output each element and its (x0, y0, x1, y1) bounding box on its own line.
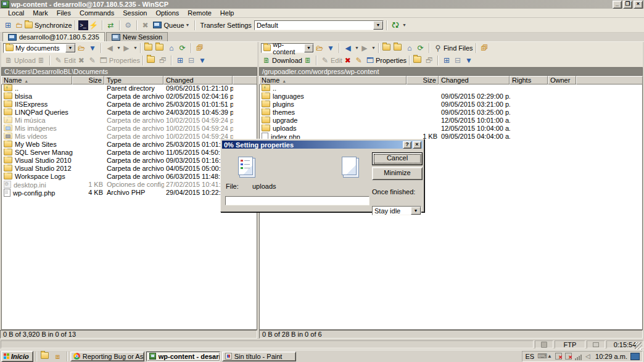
cancel-button[interactable]: Cancel (372, 152, 423, 165)
tree-toggle-icon[interactable]: 🗊 (194, 43, 205, 53)
download-button[interactable]: 🗎 Download (261, 56, 302, 65)
language-indicator[interactable]: ES (525, 353, 534, 360)
menu-mark[interactable]: Mark (28, 9, 52, 17)
download-background-icon[interactable]: 🗏 (302, 56, 313, 65)
file-row[interactable]: LINQPad QueriesCarpeta de archivos24/03/… (2, 109, 257, 117)
properties-button[interactable]: Properties (376, 57, 407, 64)
menu-commands[interactable]: Commands (75, 9, 118, 17)
swap-panels-icon[interactable]: ⇄ (105, 20, 117, 30)
quick-launch-notepad-icon[interactable]: 🗉 (53, 352, 63, 361)
select-icon[interactable]: ⊞ (175, 56, 186, 65)
file-row[interactable]: My Web SitesCarpeta de archivos25/03/201… (2, 141, 257, 149)
security-alert-icon[interactable] (565, 353, 572, 360)
file-row[interactable]: Mi músicaCarpeta de archivos10/02/2015 0… (2, 117, 257, 125)
menu-local[interactable]: Local (4, 9, 28, 17)
file-row[interactable]: .. (260, 84, 642, 93)
clock[interactable]: 10:29 a.m. (595, 353, 627, 360)
menu-remote[interactable]: Remote (183, 9, 216, 17)
back-icon[interactable]: ◀ (342, 43, 353, 53)
rename-icon[interactable]: ✎ (353, 56, 365, 65)
tab-new-session[interactable]: New Session (106, 32, 168, 41)
preferences-gear-icon[interactable]: ⚙ (123, 20, 134, 30)
chevron-down-icon[interactable]: ▼ (411, 207, 421, 215)
task-button-chrome[interactable]: Reporting Bug or Asking ... (70, 352, 144, 361)
new-folder-icon[interactable] (413, 56, 424, 65)
network-error-icon[interactable] (555, 353, 562, 360)
synchronize-browsing-icon[interactable]: 🗀 (14, 20, 25, 30)
file-row[interactable]: upgrade12/05/2015 10:01:00 a.m. (260, 117, 642, 125)
menu-files[interactable]: Files (52, 9, 75, 17)
file-row[interactable]: uploads12/05/2015 10:04:00 a.m. (260, 125, 642, 133)
select-icon[interactable]: ⊞ (441, 56, 452, 65)
chevron-down-icon[interactable]: ▼ (373, 21, 383, 30)
chevron-down-icon[interactable]: ▼ (304, 44, 313, 52)
tree-toggle-icon[interactable]: 🗊 (479, 43, 490, 53)
column-header-size[interactable]: Size (72, 76, 104, 84)
file-row[interactable]: blsisaCarpeta de archivos02/05/2015 02:0… (2, 93, 257, 101)
minimize-icon[interactable]: _ (613, 1, 622, 9)
show-desktop-icon[interactable] (630, 353, 640, 360)
delete-icon[interactable]: ✖ (342, 56, 353, 65)
compare-directories-icon[interactable]: ⊞ (2, 20, 14, 30)
menu-options[interactable]: Options (151, 9, 183, 17)
open-directory-icon[interactable]: 🗁 (76, 43, 87, 53)
file-row[interactable]: Visual Studio 2010Carpeta de archivos09/… (2, 157, 257, 165)
quick-launch-explorer-icon[interactable] (41, 352, 51, 361)
filter-icon[interactable]: ▼ (325, 43, 336, 53)
menu-session[interactable]: Session (118, 9, 151, 17)
select-filter-icon[interactable]: ▼ (197, 56, 208, 65)
column-header-name[interactable]: Name▲ (1, 76, 72, 84)
file-row[interactable]: SQL Server Manageme...Carpeta de archivo… (2, 149, 257, 157)
column-header-type[interactable]: Type (104, 76, 163, 84)
remote-drive-combo[interactable]: wp-content ▼ (261, 43, 314, 53)
resize-grip[interactable] (635, 342, 642, 350)
tray-expand-icon[interactable]: ▲ (547, 353, 552, 359)
unselect-icon[interactable]: ⊟ (186, 56, 197, 65)
task-button-paint[interactable]: Sin título - Paint (222, 352, 296, 361)
find-files-button[interactable]: ⚲ Find Files (432, 43, 473, 53)
session-dropdown-icon[interactable]: ▼ (402, 23, 407, 27)
volume-icon[interactable]: ◁ (585, 353, 592, 360)
file-row[interactable]: Mis imágenesCarpeta de archivos10/02/201… (2, 125, 257, 133)
filter-icon[interactable]: ▼ (87, 43, 98, 53)
file-row[interactable]: themes09/05/2015 03:25:00 p.m. (260, 109, 642, 117)
parent-directory-icon[interactable] (144, 43, 155, 53)
refresh-icon[interactable]: ⟳ (177, 43, 188, 53)
help-icon[interactable]: ? (403, 141, 411, 149)
file-row[interactable]: Visual Studio 2012Carpeta de archivos04/… (2, 165, 257, 173)
column-header-changed[interactable]: Changed (163, 76, 233, 84)
session-globe-icon[interactable]: 🗘 (390, 20, 401, 30)
column-header-changed[interactable]: Changed (439, 76, 510, 84)
restore-icon[interactable]: ❐ (623, 1, 632, 9)
column-header-owner[interactable]: Owner (548, 76, 576, 84)
signal-strength-icon[interactable] (575, 353, 582, 360)
column-header-rights[interactable]: Rights (510, 76, 548, 84)
queue-button[interactable]: Queue ▼ (153, 22, 190, 29)
queue-dropdown-icon[interactable]: ▼ (186, 23, 190, 27)
file-row[interactable]: desktop.ini1 KBOpciones de config...27/0… (2, 181, 257, 189)
keyboard-icon[interactable]: ⌨ (537, 353, 544, 360)
root-directory-icon[interactable] (393, 43, 404, 53)
local-drive-combo[interactable]: My documents ▼ (3, 43, 76, 53)
file-row[interactable]: plugins09/05/2015 03:21:00 p.m. (260, 101, 642, 109)
console-icon[interactable]: >_ (78, 20, 88, 30)
home-directory-icon[interactable]: ⌂ (404, 43, 415, 53)
putty-icon[interactable]: ⚡ (88, 20, 99, 30)
home-directory-icon[interactable]: ⌂ (166, 43, 177, 53)
file-row[interactable]: languages09/05/2015 02:29:00 p.m. (260, 93, 642, 101)
once-finished-combo[interactable]: Stay idle ▼ (372, 206, 421, 215)
column-header-size[interactable]: Size (407, 76, 439, 84)
properties-icon[interactable]: 🗔 (365, 56, 376, 65)
task-button-winscp[interactable]: wp-content - desarrol... (146, 352, 220, 361)
file-row[interactable]: IISExpressCarpeta de archivos25/03/2015 … (2, 101, 257, 109)
unselect-icon[interactable]: ⊟ (452, 56, 463, 65)
menu-help[interactable]: Help (216, 9, 239, 17)
tab-session-desarrollo[interactable]: desarrollo@107.180.5.235 (2, 32, 105, 41)
select-filter-icon[interactable]: ▼ (463, 56, 474, 65)
file-row[interactable]: Mis vídeosCarpeta de archivos10/02/2015 … (2, 133, 257, 141)
new-folder-icon[interactable] (146, 56, 157, 65)
open-directory-icon[interactable]: 🗁 (314, 43, 325, 53)
parent-directory-icon[interactable] (382, 43, 393, 53)
file-row[interactable]: wp-config.php4 KBArchivo PHP29/04/2015 1… (2, 189, 257, 197)
root-directory-icon[interactable] (155, 43, 166, 53)
